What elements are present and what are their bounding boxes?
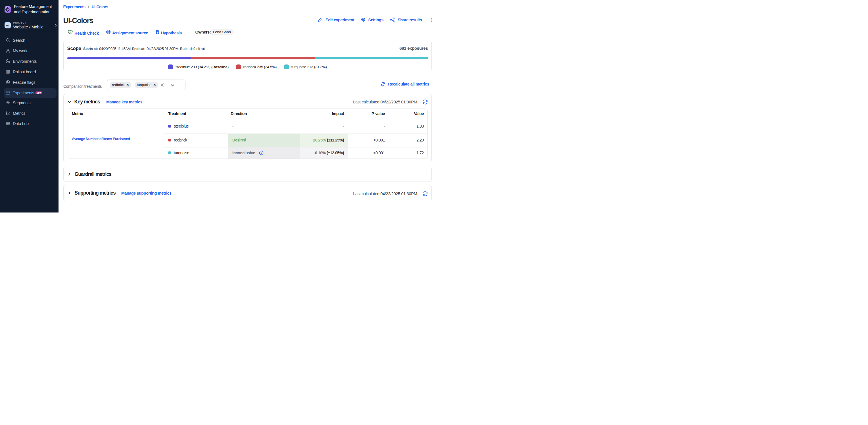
svg-text:?: ? [260, 151, 262, 154]
